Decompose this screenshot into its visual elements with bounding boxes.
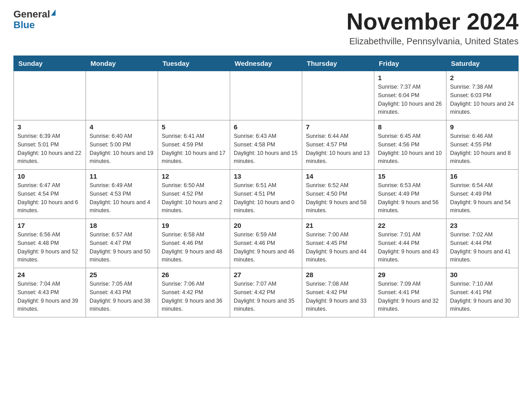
calendar-cell: 28Sunrise: 7:08 AM Sunset: 4:42 PM Dayli… xyxy=(302,268,374,317)
day-number: 30 xyxy=(450,271,515,278)
day-number: 13 xyxy=(234,172,298,180)
day-number: 14 xyxy=(306,172,370,180)
day-info: Sunrise: 6:44 AM Sunset: 4:57 PM Dayligh… xyxy=(306,132,370,166)
calendar-cell: 14Sunrise: 6:52 AM Sunset: 4:50 PM Dayli… xyxy=(302,170,374,219)
calendar-cell: 7Sunrise: 6:44 AM Sunset: 4:57 PM Daylig… xyxy=(302,120,374,170)
day-number: 1 xyxy=(378,74,442,81)
calendar-cell: 19Sunrise: 6:58 AM Sunset: 4:46 PM Dayli… xyxy=(158,219,230,268)
day-info: Sunrise: 7:07 AM Sunset: 4:42 PM Dayligh… xyxy=(234,280,298,313)
day-info: Sunrise: 6:56 AM Sunset: 4:48 PM Dayligh… xyxy=(17,231,82,264)
day-info: Sunrise: 6:40 AM Sunset: 5:00 PM Dayligh… xyxy=(90,132,154,166)
day-number: 21 xyxy=(306,222,370,229)
page-header: General Blue November 2024 Elizabethvill… xyxy=(13,9,519,47)
header-wednesday: Wednesday xyxy=(230,56,302,71)
calendar-cell xyxy=(302,71,374,120)
day-info: Sunrise: 6:46 AM Sunset: 4:55 PM Dayligh… xyxy=(450,132,515,166)
day-info: Sunrise: 7:02 AM Sunset: 4:44 PM Dayligh… xyxy=(450,231,515,264)
day-info: Sunrise: 6:41 AM Sunset: 4:59 PM Dayligh… xyxy=(162,132,226,166)
day-info: Sunrise: 7:00 AM Sunset: 4:45 PM Dayligh… xyxy=(306,231,370,264)
calendar-cell: 27Sunrise: 7:07 AM Sunset: 4:42 PM Dayli… xyxy=(230,268,302,317)
week-row-2: 3Sunrise: 6:39 AM Sunset: 5:01 PM Daylig… xyxy=(14,120,519,170)
day-info: Sunrise: 7:09 AM Sunset: 4:41 PM Dayligh… xyxy=(378,280,442,313)
week-row-5: 24Sunrise: 7:04 AM Sunset: 4:43 PM Dayli… xyxy=(14,268,519,317)
calendar-cell: 26Sunrise: 7:06 AM Sunset: 4:42 PM Dayli… xyxy=(158,268,230,317)
day-number: 26 xyxy=(162,271,226,278)
calendar-cell: 8Sunrise: 6:45 AM Sunset: 4:56 PM Daylig… xyxy=(374,120,446,170)
day-info: Sunrise: 7:37 AM Sunset: 6:04 PM Dayligh… xyxy=(378,83,442,116)
logo-triangle-icon xyxy=(51,9,56,16)
calendar-cell: 18Sunrise: 6:57 AM Sunset: 4:47 PM Dayli… xyxy=(86,219,158,268)
calendar-cell: 1Sunrise: 7:37 AM Sunset: 6:04 PM Daylig… xyxy=(374,71,446,120)
header-tuesday: Tuesday xyxy=(158,56,230,71)
day-number: 2 xyxy=(450,74,515,81)
week-row-3: 10Sunrise: 6:47 AM Sunset: 4:54 PM Dayli… xyxy=(14,170,519,219)
week-row-1: 1Sunrise: 7:37 AM Sunset: 6:04 PM Daylig… xyxy=(14,71,519,120)
header-thursday: Thursday xyxy=(302,56,374,71)
calendar-cell: 10Sunrise: 6:47 AM Sunset: 4:54 PM Dayli… xyxy=(14,170,86,219)
week-row-4: 17Sunrise: 6:56 AM Sunset: 4:48 PM Dayli… xyxy=(14,219,519,268)
day-number: 5 xyxy=(162,123,226,131)
logo: General Blue xyxy=(13,9,56,30)
calendar-cell: 9Sunrise: 6:46 AM Sunset: 4:55 PM Daylig… xyxy=(446,120,519,170)
day-info: Sunrise: 7:01 AM Sunset: 4:44 PM Dayligh… xyxy=(378,231,442,264)
day-number: 7 xyxy=(306,123,370,131)
calendar-cell xyxy=(158,71,230,120)
calendar-cell: 16Sunrise: 6:54 AM Sunset: 4:49 PM Dayli… xyxy=(446,170,519,219)
day-number: 18 xyxy=(90,222,154,229)
day-info: Sunrise: 6:58 AM Sunset: 4:46 PM Dayligh… xyxy=(162,231,226,264)
day-number: 15 xyxy=(378,172,442,180)
header-saturday: Saturday xyxy=(446,56,519,71)
day-number: 9 xyxy=(450,123,515,131)
calendar-cell: 3Sunrise: 6:39 AM Sunset: 5:01 PM Daylig… xyxy=(14,120,86,170)
title-area: November 2024 Elizabethville, Pennsylvan… xyxy=(347,9,519,47)
calendar-cell: 12Sunrise: 6:50 AM Sunset: 4:52 PM Dayli… xyxy=(158,170,230,219)
calendar-cell: 6Sunrise: 6:43 AM Sunset: 4:58 PM Daylig… xyxy=(230,120,302,170)
day-number: 16 xyxy=(450,172,515,180)
calendar-cell xyxy=(86,71,158,120)
logo-general: General xyxy=(13,9,50,20)
calendar-cell: 23Sunrise: 7:02 AM Sunset: 4:44 PM Dayli… xyxy=(446,219,519,268)
day-info: Sunrise: 7:04 AM Sunset: 4:43 PM Dayligh… xyxy=(17,280,82,313)
calendar-cell: 13Sunrise: 6:51 AM Sunset: 4:51 PM Dayli… xyxy=(230,170,302,219)
month-title: November 2024 xyxy=(347,9,519,34)
calendar-cell: 21Sunrise: 7:00 AM Sunset: 4:45 PM Dayli… xyxy=(302,219,374,268)
day-info: Sunrise: 6:50 AM Sunset: 4:52 PM Dayligh… xyxy=(162,181,226,215)
calendar-cell: 22Sunrise: 7:01 AM Sunset: 4:44 PM Dayli… xyxy=(374,219,446,268)
logo-blue: Blue xyxy=(13,20,35,30)
day-info: Sunrise: 6:49 AM Sunset: 4:53 PM Dayligh… xyxy=(90,181,154,215)
day-info: Sunrise: 6:59 AM Sunset: 4:46 PM Dayligh… xyxy=(234,231,298,264)
day-info: Sunrise: 6:52 AM Sunset: 4:50 PM Dayligh… xyxy=(306,181,370,215)
day-number: 29 xyxy=(378,271,442,278)
day-number: 10 xyxy=(17,172,82,180)
day-info: Sunrise: 6:51 AM Sunset: 4:51 PM Dayligh… xyxy=(234,181,298,215)
header-friday: Friday xyxy=(374,56,446,71)
calendar-cell: 15Sunrise: 6:53 AM Sunset: 4:49 PM Dayli… xyxy=(374,170,446,219)
day-number: 25 xyxy=(90,271,154,278)
day-info: Sunrise: 7:10 AM Sunset: 4:41 PM Dayligh… xyxy=(450,280,515,313)
calendar-cell xyxy=(230,71,302,120)
header-sunday: Sunday xyxy=(14,56,86,71)
calendar-cell: 25Sunrise: 7:05 AM Sunset: 4:43 PM Dayli… xyxy=(86,268,158,317)
day-info: Sunrise: 7:08 AM Sunset: 4:42 PM Dayligh… xyxy=(306,280,370,313)
calendar-cell: 20Sunrise: 6:59 AM Sunset: 4:46 PM Dayli… xyxy=(230,219,302,268)
day-number: 27 xyxy=(234,271,298,278)
day-number: 4 xyxy=(90,123,154,131)
calendar-cell: 4Sunrise: 6:40 AM Sunset: 5:00 PM Daylig… xyxy=(86,120,158,170)
day-info: Sunrise: 6:54 AM Sunset: 4:49 PM Dayligh… xyxy=(450,181,515,215)
calendar-cell xyxy=(14,71,86,120)
day-number: 12 xyxy=(162,172,226,180)
day-number: 17 xyxy=(17,222,82,229)
header-monday: Monday xyxy=(86,56,158,71)
day-number: 24 xyxy=(17,271,82,278)
day-number: 20 xyxy=(234,222,298,229)
day-info: Sunrise: 6:45 AM Sunset: 4:56 PM Dayligh… xyxy=(378,132,442,166)
day-info: Sunrise: 7:38 AM Sunset: 6:03 PM Dayligh… xyxy=(450,83,515,116)
calendar-cell: 29Sunrise: 7:09 AM Sunset: 4:41 PM Dayli… xyxy=(374,268,446,317)
day-info: Sunrise: 7:06 AM Sunset: 4:42 PM Dayligh… xyxy=(162,280,226,313)
day-info: Sunrise: 6:57 AM Sunset: 4:47 PM Dayligh… xyxy=(90,231,154,264)
day-number: 3 xyxy=(17,123,82,131)
calendar-cell: 17Sunrise: 6:56 AM Sunset: 4:48 PM Dayli… xyxy=(14,219,86,268)
calendar-cell: 30Sunrise: 7:10 AM Sunset: 4:41 PM Dayli… xyxy=(446,268,519,317)
day-number: 11 xyxy=(90,172,154,180)
day-number: 23 xyxy=(450,222,515,229)
